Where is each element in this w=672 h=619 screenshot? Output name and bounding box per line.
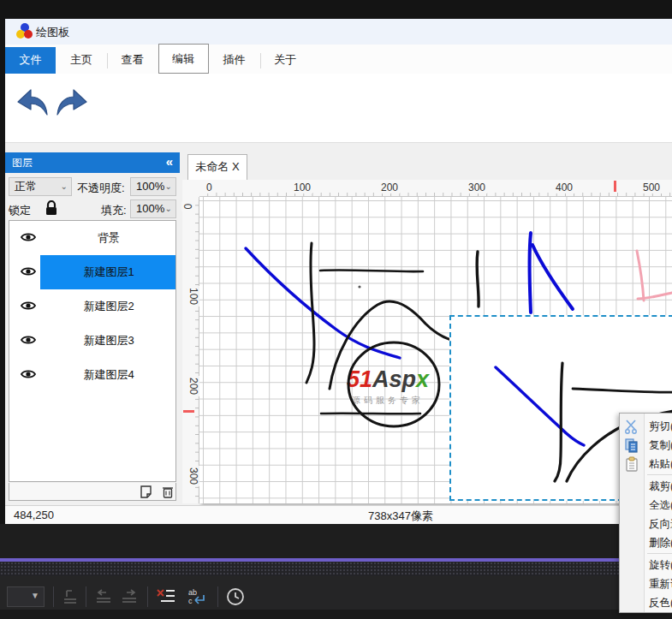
h-ruler-label: 200 [379,182,400,193]
layers-panel-header: 图层 « [5,152,180,173]
ribbon-tab-2[interactable]: 主页 [56,47,107,74]
layer-name: 新建图层1 [40,255,176,289]
chevron-down-icon: ⌄ [165,178,172,195]
document-tab-close[interactable]: X [232,160,240,173]
layer-row-2[interactable]: 新建图层1 [9,255,175,289]
v-ruler-label: 0 [181,202,193,211]
ribbon-tab-bar: 文件主页查看编辑插件关于 [5,45,672,74]
context-menu-item-1[interactable]: 剪切( [649,417,672,436]
opacity-label: 不透明度: [77,181,125,196]
ribbon-tab-4[interactable]: 编辑 [158,44,209,74]
vertical-ruler: 0100200300 [182,197,199,503]
document-tab[interactable]: 未命名 X [187,154,247,180]
undo-button[interactable] [14,87,50,125]
collapse-panel-icon[interactable]: « [166,154,173,169]
redo-button[interactable] [55,87,91,125]
opacity-select[interactable]: 100% ⌄ [130,177,176,196]
layer-row-4[interactable]: 新建图层3 [9,324,175,358]
h-ruler-label: 100 [292,182,312,193]
v-ruler-label: 300 [187,466,199,486]
lock-label: 锁定 [9,203,31,218]
layer-list: 背景新建图层1新建图层2新建图层3新建图层4 [9,220,176,482]
shift-right-icon[interactable] [120,589,139,604]
word-wrap-icon[interactable]: ab c [187,587,209,606]
svg-text:c: c [188,597,193,605]
document-tab-title: 未命名 [195,160,229,173]
context-menu-item-3[interactable]: 粘贴( [649,455,672,473]
background-desktop: ▼ [0,524,672,619]
redo-icon [55,87,91,122]
layer-visibility-eye-icon[interactable] [20,333,37,348]
toolbar-dropdown[interactable]: ▼ [7,586,45,607]
context-menu-item-8[interactable]: 删除( [649,533,672,552]
svg-text:ab: ab [188,588,197,597]
app-window: 绘图板 文件主页查看编辑插件关于 图层 « 正常 [5,19,672,505]
canvas-area: 未命名 X 0100200300400500 0100200300 51Aspx… [182,152,672,505]
layer-visibility-eye-icon[interactable] [20,265,37,280]
horizontal-ruler: 0100200300400500 [199,180,672,197]
delete-layer-button[interactable] [162,485,174,498]
image-size: 738x347像素 [368,509,433,524]
h-ruler-label: 300 [467,182,487,193]
layer-row-1[interactable]: 背景 [9,221,175,255]
layer-list-footer [9,483,176,501]
ribbon-tab-3[interactable]: 查看 [107,47,158,74]
h-ruler-label: 400 [554,182,574,193]
blend-mode-value: 正常 [15,180,37,193]
menu-separator [647,474,672,475]
ruler-corner [182,180,199,197]
chevron-down-icon: ⌄ [61,178,68,195]
status-bar: 484,250 738x347像素 [5,505,672,524]
clock-icon[interactable] [226,587,245,606]
fill-value: 100% [136,202,164,215]
document-tab-strip: 未命名 X [182,152,672,180]
context-menu: 剪切(复制(粘贴(裁剪(全选(反向选删除(旋转(重新调反色( [619,413,672,613]
desktop-top-strip [0,0,672,19]
context-menu-item-6[interactable]: 全选( [649,496,672,515]
ribbon-tab-1[interactable]: 文件 [5,47,56,74]
ribbon-tab-6[interactable]: 关于 [260,47,311,74]
layer-name: 背景 [40,221,176,255]
v-ruler-label: 100 [187,286,199,307]
chevron-down-icon: ▼ [31,591,39,600]
h-ruler-label: 500 [641,182,662,193]
remove-list-icon[interactable] [156,588,176,605]
layer-name: 新建图层4 [40,358,176,392]
layer-visibility-eye-icon[interactable] [20,230,37,246]
layers-panel: 图层 « 正常 ⌄ 不透明度: 100% ⌄ 锁定 填充: 100% [5,152,180,501]
undo-icon [14,87,50,122]
layer-visibility-eye-icon[interactable] [20,299,37,314]
app-logo-icon [16,23,33,40]
v-ruler-label: 200 [187,376,199,396]
indent-guide-icon[interactable] [62,589,79,604]
context-menu-item-10[interactable]: 旋转( [649,556,672,574]
shift-left-icon[interactable] [94,589,113,604]
blend-mode-select[interactable]: 正常 ⌄ [9,177,72,196]
context-menu-item-2[interactable]: 复制( [649,436,672,455]
cursor-coordinates: 484,250 [14,509,54,521]
cut-icon [624,419,641,436]
taskbar-strip [0,610,672,619]
layer-row-5[interactable]: 新建图层4 [9,358,175,392]
lock-icon[interactable] [45,200,58,216]
layers-panel-title: 图层 [12,156,33,170]
copy-icon [624,437,641,455]
drawing-canvas[interactable]: 51Aspx 源码服务专家 [199,197,672,503]
layer-row-3[interactable]: 新建图层2 [9,289,175,324]
layer-visibility-eye-icon[interactable] [20,367,37,383]
fill-label: 填充: [101,203,127,218]
fill-select[interactable]: 100% ⌄ [130,199,176,218]
opacity-value: 100% [136,180,164,193]
ribbon-toolbar [5,74,672,143]
hatch-pattern-strip [0,562,672,576]
context-menu-item-12[interactable]: 反色( [649,593,672,612]
new-layer-button[interactable] [140,485,152,498]
cursor-x-marker [614,181,616,192]
context-menu-item-5[interactable]: 裁剪( [649,477,672,496]
chevron-down-icon: ⌄ [165,200,172,217]
ribbon-tab-5[interactable]: 插件 [209,47,259,74]
paste-icon [624,456,641,473]
context-menu-item-7[interactable]: 反向选 [649,515,672,533]
screen: 绘图板 文件主页查看编辑插件关于 图层 « 正常 [0,0,672,619]
context-menu-item-11[interactable]: 重新调 [649,574,672,593]
